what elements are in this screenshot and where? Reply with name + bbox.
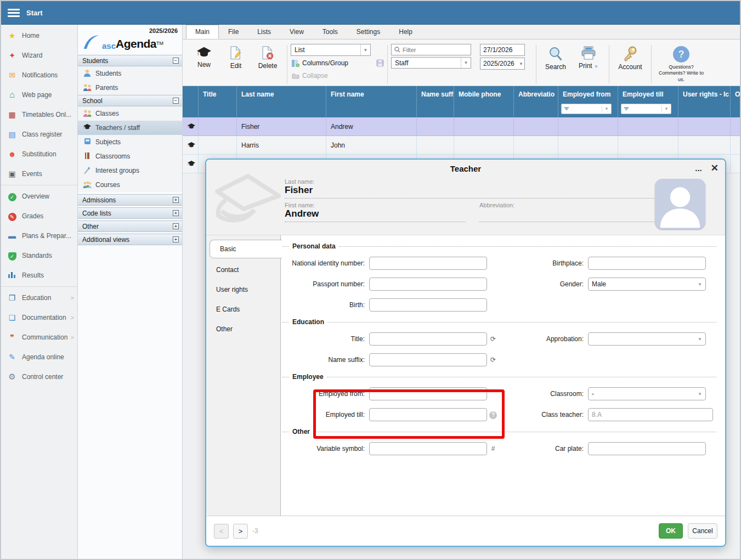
- search-button[interactable]: Search: [540, 43, 572, 86]
- sidebar-item-documentation[interactable]: ❏Documentation>: [1, 308, 77, 327]
- avatar[interactable]: [655, 179, 705, 229]
- module-item-classrooms[interactable]: Classrooms: [78, 149, 182, 163]
- section-school[interactable]: School−: [78, 95, 182, 106]
- sidebar-item-home[interactable]: ★Home: [1, 26, 77, 46]
- sidebar-item-results[interactable]: Results: [1, 265, 77, 285]
- column-header-name-suffix[interactable]: Name suffi: [417, 86, 454, 117]
- column-header-icon[interactable]: [183, 86, 199, 117]
- column-header-last-name[interactable]: Last name: [237, 86, 326, 117]
- module-item-classes[interactable]: Classes: [78, 106, 182, 121]
- module-item-courses[interactable]: Courses: [78, 178, 182, 192]
- refresh-icon[interactable]: ⟳: [487, 335, 499, 343]
- expand-box-icon[interactable]: +: [173, 223, 179, 229]
- dialog-tab-e-cards[interactable]: E Cards: [206, 301, 280, 318]
- sidebar-item-overview[interactable]: ✓Overview: [1, 186, 77, 206]
- tab-tools[interactable]: Tools: [313, 25, 347, 39]
- section-additional-views[interactable]: Additional views+: [78, 234, 182, 245]
- delete-button[interactable]: Delete: [252, 43, 284, 86]
- dialog-tab-other[interactable]: Other: [206, 321, 280, 337]
- sidebar-item-communication[interactable]: ❞Communication>: [1, 327, 77, 347]
- new-button[interactable]: New: [188, 43, 220, 86]
- next-record-button[interactable]: >: [233, 524, 248, 539]
- nin-input[interactable]: [369, 257, 487, 270]
- collapse-box-icon[interactable]: −: [173, 98, 179, 104]
- year-dropdown[interactable]: 2025/2026▼: [480, 58, 525, 70]
- more-button[interactable]: ...: [695, 163, 702, 174]
- help-icon[interactable]: ?: [489, 411, 497, 419]
- sidebar-item-grades[interactable]: ✎Grades: [1, 206, 77, 226]
- expand-box-icon[interactable]: +: [173, 210, 179, 216]
- dialog-tab-basic[interactable]: Basic: [210, 240, 282, 258]
- filter-input[interactable]: [403, 47, 468, 53]
- section-admissions[interactable]: Admissions+: [78, 194, 182, 206]
- module-item-subjects[interactable]: Subjects: [78, 135, 182, 149]
- name-suffix-input[interactable]: [369, 353, 487, 366]
- tab-view[interactable]: View: [280, 25, 313, 39]
- previous-record-button[interactable]: <: [214, 524, 229, 539]
- columns-group-button[interactable]: Columns/Group: [291, 58, 373, 69]
- variable-symbol-input[interactable]: [369, 442, 487, 455]
- column-header-first-name[interactable]: First name: [326, 86, 417, 117]
- car-plate-input[interactable]: [588, 442, 706, 455]
- column-header-employed-from[interactable]: Employed from ▼: [558, 86, 618, 117]
- approbation-select[interactable]: ▼: [588, 332, 706, 346]
- sidebar-item-agenda-online[interactable]: ✎Agenda online: [1, 347, 77, 367]
- date-field[interactable]: [480, 44, 525, 56]
- cancel-button[interactable]: Cancel: [688, 523, 717, 539]
- column-header-employed-till[interactable]: Employed till ▼: [618, 86, 678, 117]
- employed-from-filter[interactable]: ▼: [561, 104, 612, 114]
- employed-from-input[interactable]: [369, 387, 487, 400]
- questions-button[interactable]: ? Questions? Comments? Write to us.: [655, 43, 708, 86]
- module-item-interest-groups[interactable]: Interest groups: [78, 163, 182, 178]
- print-button[interactable]: Print ▼: [572, 43, 606, 86]
- refresh-icon[interactable]: ⟳: [487, 356, 499, 364]
- section-other[interactable]: Other+: [78, 220, 182, 232]
- sidebar-item-standards[interactable]: ✓Standards: [1, 246, 77, 265]
- sidebar-item-plans[interactable]: ▬Plans & Prepar...: [1, 226, 77, 246]
- gender-select[interactable]: Male▼: [588, 278, 706, 291]
- expand-box-icon[interactable]: +: [173, 197, 179, 203]
- employed-till-input[interactable]: [369, 408, 487, 421]
- collapse-box-icon[interactable]: −: [173, 58, 179, 64]
- birthplace-input[interactable]: [588, 257, 706, 270]
- close-icon[interactable]: ✕: [711, 163, 719, 174]
- column-header-other[interactable]: Ot: [731, 86, 740, 117]
- tab-main[interactable]: Main: [186, 25, 219, 39]
- save-icon[interactable]: [376, 59, 384, 67]
- section-students[interactable]: Students−: [78, 55, 182, 66]
- account-button[interactable]: Account: [613, 43, 648, 86]
- table-row[interactable]: Fisher Andrew: [183, 117, 740, 136]
- section-code-lists[interactable]: Code lists+: [78, 207, 182, 219]
- module-item-teachers-staff[interactable]: Teachers / staff: [78, 121, 182, 135]
- title-input[interactable]: [369, 332, 487, 346]
- sidebar-item-class-register[interactable]: ▤Class register: [1, 125, 77, 144]
- sidebar-item-timetables-online[interactable]: ▦Timetables Onl...: [1, 105, 77, 125]
- date-input[interactable]: [483, 46, 522, 54]
- sidebar-item-wizard[interactable]: ✦Wizard: [1, 46, 77, 65]
- sidebar-item-web-page[interactable]: ⌂Web page: [1, 85, 77, 105]
- table-row[interactable]: Harris John: [183, 136, 740, 155]
- sidebar-item-substitution[interactable]: ☻Substitution: [1, 144, 77, 164]
- column-header-mobile-phone[interactable]: Mobile phone: [454, 86, 514, 117]
- birth-input[interactable]: [369, 298, 487, 312]
- module-item-students[interactable]: Students: [78, 66, 182, 81]
- module-item-parents[interactable]: Parents: [78, 81, 182, 95]
- sidebar-item-education[interactable]: ❐Education>: [1, 288, 77, 308]
- column-header-title[interactable]: Title: [199, 86, 237, 117]
- dialog-tab-contact[interactable]: Contact: [206, 262, 280, 278]
- collapse-button[interactable]: Collapse: [291, 70, 384, 81]
- first-name-value[interactable]: Andrew: [285, 208, 466, 222]
- sidebar-item-control-center[interactable]: ⚙Control center: [1, 367, 77, 387]
- column-header-abbreviation[interactable]: Abbreviatio: [514, 86, 558, 117]
- sidebar-item-events[interactable]: ▣Events: [1, 164, 77, 184]
- staff-dropdown[interactable]: Staff▼: [391, 57, 471, 69]
- filter-search-box[interactable]: [391, 44, 471, 55]
- column-header-user-rights[interactable]: User rights - Ic: [678, 86, 731, 117]
- classroom-select[interactable]: -▼: [588, 387, 706, 400]
- tab-lists[interactable]: Lists: [248, 25, 280, 39]
- tab-settings[interactable]: Settings: [347, 25, 389, 39]
- tab-file[interactable]: File: [219, 25, 248, 39]
- tab-help[interactable]: Help: [389, 25, 422, 39]
- edit-button[interactable]: Edit: [220, 43, 252, 86]
- abbreviation-value[interactable]: [479, 208, 663, 222]
